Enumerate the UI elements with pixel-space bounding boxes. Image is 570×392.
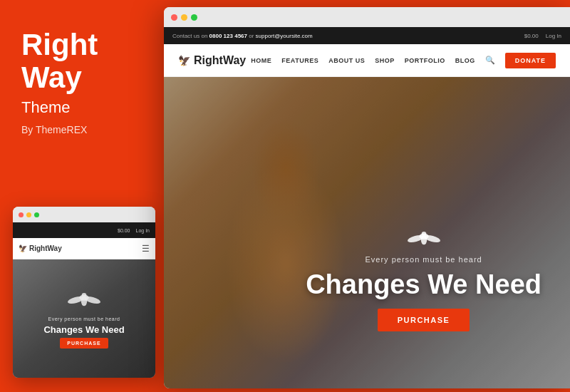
- mobile-logo-icon: 🦅: [19, 244, 27, 252]
- eagle-svg: [66, 289, 102, 311]
- browser-dot-yellow: [181, 14, 187, 21]
- mobile-hero-overlay: Every person must be heard Changes We Ne…: [13, 259, 155, 378]
- nav-shop[interactable]: SHOP: [375, 57, 395, 64]
- browser-dot-red: [171, 14, 177, 21]
- donate-button[interactable]: DONATE: [505, 53, 556, 68]
- website-logo-eagle-icon: 🦅: [178, 55, 190, 66]
- mobile-cart: $0.00: [118, 228, 130, 233]
- website-navbar: 🦅 RightWay HOME FEATURES ABOUT US SHOP P…: [164, 44, 570, 77]
- hero-eagle-icon: [406, 228, 442, 249]
- website-topbar: Contact us on 0800 123 4567 or support@y…: [164, 27, 570, 44]
- mobile-login: Log In: [136, 228, 150, 233]
- nav-portfolio[interactable]: PORTFOLIO: [405, 57, 445, 64]
- theme-by: By ThemeREX: [21, 124, 150, 135]
- hero-tagline: Every person must be heard: [365, 255, 482, 264]
- browser-mockup: Contact us on 0800 123 4567 or support@y…: [164, 7, 570, 388]
- hero-purchase-button[interactable]: PURCHASE: [378, 309, 470, 331]
- nav-home[interactable]: HOME: [251, 57, 271, 64]
- nav-blog[interactable]: BLOG: [455, 57, 475, 64]
- theme-subtitle: Theme: [21, 98, 150, 117]
- nav-features[interactable]: FEATURES: [281, 57, 318, 64]
- mobile-navbar: 🦅 RightWay ☰: [13, 238, 155, 259]
- mobile-logo: 🦅 RightWay: [19, 244, 62, 252]
- mobile-hamburger-icon[interactable]: ☰: [142, 244, 150, 254]
- mobile-dot-red: [19, 212, 24, 217]
- mobile-dot-yellow: [26, 212, 31, 217]
- nav-about[interactable]: ABOUT US: [328, 57, 365, 64]
- website-cart: $0.00: [524, 33, 539, 39]
- svg-point-4: [82, 293, 87, 298]
- mobile-topbar: $0.00 Log In: [13, 222, 155, 238]
- svg-point-8: [420, 235, 426, 244]
- search-icon[interactable]: 🔍: [485, 56, 495, 65]
- svg-point-3: [81, 296, 87, 306]
- mobile-eagle-icon: [66, 289, 102, 314]
- website-nav: HOME FEATURES ABOUT US SHOP PORTFOLIO BL…: [251, 53, 556, 68]
- website-logo-text: RightWay: [194, 54, 246, 67]
- mobile-hero: Every person must be heard Changes We Ne…: [13, 259, 155, 378]
- theme-title: Right Way: [21, 29, 150, 94]
- mobile-tagline: Every person must be heard: [48, 316, 120, 321]
- mobile-logo-text: RightWay: [29, 244, 62, 252]
- website-topbar-contact: Contact us on 0800 123 4567 or support@y…: [172, 33, 313, 39]
- mobile-mockup: $0.00 Log In 🦅 RightWay ☰ Every person m…: [13, 207, 155, 378]
- mobile-dot-green: [34, 212, 39, 217]
- hero-title: Changes We Need: [306, 269, 542, 300]
- website-logo: 🦅 RightWay: [178, 54, 246, 67]
- website-hero: Every person must be heard Changes We Ne…: [164, 77, 570, 388]
- svg-point-9: [421, 232, 426, 237]
- mobile-purchase-button[interactable]: PURCHASE: [60, 338, 108, 349]
- hero-content: Every person must be heard Changes We Ne…: [306, 228, 542, 331]
- browser-chrome: [164, 7, 570, 27]
- mobile-hero-title: Changes We Need: [43, 324, 124, 335]
- browser-dot-green: [191, 14, 197, 21]
- website-topbar-right: $0.00 Log In: [524, 33, 561, 39]
- mobile-chrome-bar: [13, 207, 155, 222]
- website-login: Log In: [546, 33, 561, 39]
